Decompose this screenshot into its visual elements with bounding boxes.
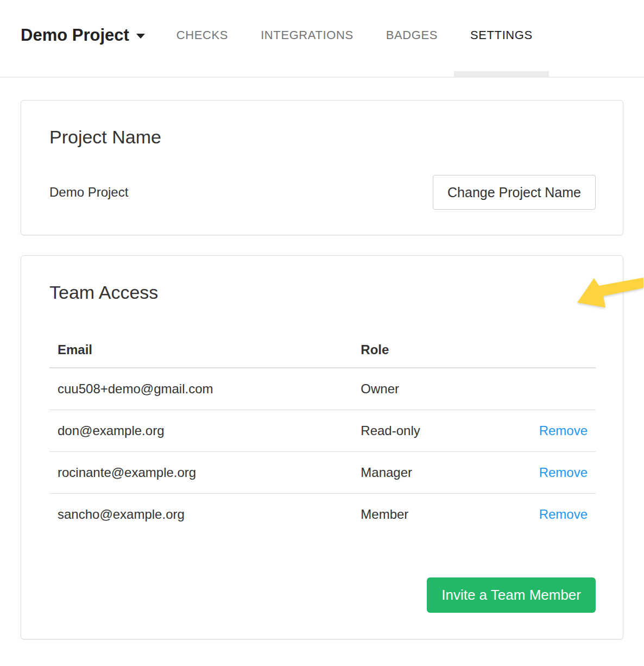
table-header: Email Role xyxy=(49,336,596,368)
team-access-heading: Team Access xyxy=(49,282,596,303)
project-name-heading: Project Name xyxy=(49,127,596,148)
project-name-card: Project Name Demo Project Change Project… xyxy=(21,100,623,235)
member-email: rocinante@example.org xyxy=(49,452,352,494)
change-project-name-button[interactable]: Change Project Name xyxy=(433,175,596,210)
remove-member-link[interactable]: Remove xyxy=(539,465,588,480)
caret-down-icon xyxy=(136,34,145,39)
project-switcher-label: Demo Project xyxy=(21,26,129,45)
remove-member-link[interactable]: Remove xyxy=(539,423,588,438)
member-role: Member xyxy=(352,494,522,536)
member-role: Read-only xyxy=(352,410,522,452)
member-email: don@example.org xyxy=(49,410,352,452)
table-row: rocinante@example.org Manager Remove xyxy=(49,452,596,494)
tab-checks[interactable]: CHECKS xyxy=(160,0,244,77)
tab-badges[interactable]: BADGES xyxy=(370,0,454,77)
team-access-card: Team Access Email Role cuu508+demo@gmail… xyxy=(21,255,623,639)
member-email: cuu508+demo@gmail.com xyxy=(49,368,352,410)
column-header-action xyxy=(522,336,596,368)
member-action-cell: Remove xyxy=(522,494,596,536)
project-settings-page: { "nav": { "project_title": "Demo Projec… xyxy=(0,0,644,666)
invite-row: Invite a Team Member xyxy=(49,577,596,613)
table-row: cuu508+demo@gmail.com Owner xyxy=(49,368,596,410)
member-action-cell: Remove xyxy=(522,452,596,494)
member-email: sancho@example.org xyxy=(49,494,352,536)
project-tabs: CHECKS INTEGRATIONS BADGES SETTINGS xyxy=(160,0,549,77)
member-action-cell: Remove xyxy=(522,410,596,452)
team-members-table: Email Role cuu508+demo@gmail.com Owner d… xyxy=(49,336,596,535)
top-nav: Demo Project CHECKS INTEGRATIONS BADGES … xyxy=(0,0,644,78)
project-name-row: Demo Project Change Project Name xyxy=(49,175,596,210)
table-row: don@example.org Read-only Remove xyxy=(49,410,596,452)
invite-team-member-button[interactable]: Invite a Team Member xyxy=(427,577,596,613)
member-role: Owner xyxy=(352,368,522,410)
settings-content: Project Name Demo Project Change Project… xyxy=(0,100,644,639)
member-action-cell xyxy=(522,368,596,410)
current-project-name: Demo Project xyxy=(49,185,128,200)
tab-integrations[interactable]: INTEGRATIONS xyxy=(244,0,370,77)
column-header-role: Role xyxy=(352,336,522,368)
table-row: sancho@example.org Member Remove xyxy=(49,494,596,536)
project-switcher-dropdown[interactable]: Demo Project xyxy=(21,26,145,52)
member-role: Manager xyxy=(352,452,522,494)
tab-settings[interactable]: SETTINGS xyxy=(454,0,549,77)
remove-member-link[interactable]: Remove xyxy=(539,507,588,522)
column-header-email: Email xyxy=(49,336,352,368)
